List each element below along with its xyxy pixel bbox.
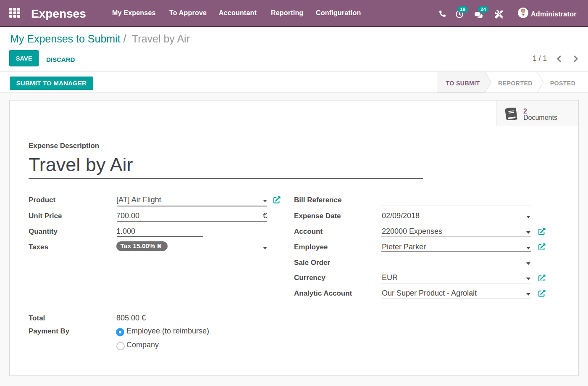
svg-text:POSTED: POSTED	[550, 80, 576, 87]
svg-text:TO SUBMIT: TO SUBMIT	[446, 80, 480, 87]
svg-text:REPORTED: REPORTED	[498, 80, 533, 87]
